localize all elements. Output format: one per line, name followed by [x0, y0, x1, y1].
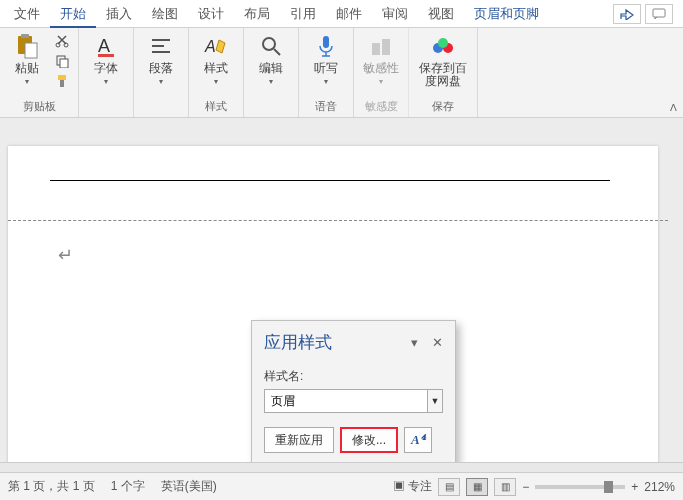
sensitivity-button: 敏感性 ▾ [360, 32, 402, 86]
menu-tabs: 文件 开始 插入 绘图 设计 布局 引用 邮件 审阅 视图 页眉和页脚 [0, 0, 683, 28]
paste-button[interactable]: 粘贴 ▾ [6, 32, 48, 86]
copy-icon[interactable] [52, 52, 72, 70]
group-font: A 字体 ▾ [79, 28, 134, 117]
pane-close-icon[interactable]: ✕ [432, 335, 443, 350]
group-clipboard: 粘贴 ▾ 剪贴板 [0, 28, 79, 117]
tab-mail[interactable]: 邮件 [326, 0, 372, 28]
header-rule [50, 180, 610, 181]
tab-references[interactable]: 引用 [280, 0, 326, 28]
tab-insert[interactable]: 插入 [96, 0, 142, 28]
zoom-level[interactable]: 212% [644, 480, 675, 494]
microphone-icon [312, 32, 340, 60]
svg-rect-7 [60, 59, 68, 68]
svg-rect-20 [382, 39, 390, 55]
comments-button[interactable] [645, 4, 673, 24]
zoom-slider[interactable] [535, 485, 625, 489]
style-dropdown-icon[interactable]: ▼ [428, 389, 443, 413]
svg-point-23 [438, 38, 448, 48]
svg-rect-18 [323, 36, 329, 48]
tab-view[interactable]: 视图 [418, 0, 464, 28]
tab-home[interactable]: 开始 [50, 0, 96, 28]
svg-rect-19 [372, 43, 380, 55]
group-sensitivity: 敏感性 ▾ 敏感度 [354, 28, 409, 117]
svg-rect-0 [653, 9, 665, 17]
style-name-input[interactable] [264, 389, 428, 413]
tab-header-footer[interactable]: 页眉和页脚 [464, 0, 549, 28]
svg-rect-8 [58, 75, 66, 80]
svg-rect-11 [98, 54, 114, 57]
sensitivity-icon [367, 32, 395, 60]
search-icon [257, 32, 285, 60]
status-language[interactable]: 英语(美国) [161, 478, 217, 495]
font-button[interactable]: A 字体 ▾ [85, 32, 127, 86]
view-read-icon[interactable]: ▤ [438, 478, 460, 496]
styles-icon: A [202, 32, 230, 60]
group-styles: A 样式 ▾ 样式 [189, 28, 244, 117]
zoom-out-button[interactable]: − [522, 480, 529, 494]
group-save: 保存到百度网盘 保存 [409, 28, 478, 117]
group-label-styles: 样式 [205, 98, 227, 115]
tab-review[interactable]: 审阅 [372, 0, 418, 28]
tab-file[interactable]: 文件 [4, 0, 50, 28]
editing-button[interactable]: 编辑 ▾ [250, 32, 292, 86]
cloud-icon [429, 32, 457, 60]
status-word-count[interactable]: 1 个字 [111, 478, 145, 495]
document-area: ↵ 应用样式 ▾ ✕ 样式名: ▼ 重新应用 修改... A⁴ "记忆式键入"样… [0, 118, 683, 472]
save-baidu-button[interactable]: 保存到百度网盘 [415, 32, 471, 88]
group-dictate: 听写 ▾ 语音 [299, 28, 354, 117]
svg-rect-3 [25, 43, 37, 58]
ribbon-collapse-icon[interactable]: ᐱ [670, 102, 677, 113]
font-icon: A [92, 32, 120, 60]
svg-text:A: A [98, 36, 110, 56]
view-web-icon[interactable]: ▥ [494, 478, 516, 496]
ribbon: 粘贴 ▾ 剪贴板 A 字体 ▾ 段落 ▾ [0, 28, 683, 118]
styles-button[interactable]: A 样式 ▾ [195, 32, 237, 86]
group-paragraph: 段落 ▾ [134, 28, 189, 117]
header-margin-dash [8, 220, 668, 221]
clipboard-icon [13, 32, 41, 60]
paragraph-icon [147, 32, 175, 60]
tab-layout[interactable]: 布局 [234, 0, 280, 28]
svg-rect-2 [21, 34, 29, 38]
paragraph-button[interactable]: 段落 ▾ [140, 32, 182, 86]
svg-point-16 [263, 38, 275, 50]
styles-pane-icon[interactable]: A⁴ [404, 427, 432, 453]
modify-button[interactable]: 修改... [340, 427, 398, 453]
zoom-in-button[interactable]: + [631, 480, 638, 494]
svg-text:A: A [204, 38, 216, 55]
cut-icon[interactable] [52, 32, 72, 50]
pane-title: 应用样式 [264, 331, 332, 354]
format-painter-icon[interactable] [52, 72, 72, 90]
dictate-button[interactable]: 听写 ▾ [305, 32, 347, 86]
apply-styles-pane: 应用样式 ▾ ✕ 样式名: ▼ 重新应用 修改... A⁴ "记忆式键入"样式名 [251, 320, 456, 472]
status-page[interactable]: 第 1 页，共 1 页 [8, 478, 95, 495]
reapply-button[interactable]: 重新应用 [264, 427, 334, 453]
svg-rect-9 [60, 80, 64, 87]
tab-draw[interactable]: 绘图 [142, 0, 188, 28]
paragraph-mark: ↵ [58, 244, 73, 266]
horizontal-scrollbar[interactable] [0, 462, 683, 472]
view-print-icon[interactable]: ▦ [466, 478, 488, 496]
svg-line-17 [274, 49, 280, 55]
group-label-save: 保存 [432, 98, 454, 115]
focus-mode-button[interactable]: ▣ 专注 [393, 478, 432, 495]
group-label-sensitivity: 敏感度 [365, 98, 398, 115]
tab-design[interactable]: 设计 [188, 0, 234, 28]
group-editing: 编辑 ▾ [244, 28, 299, 117]
status-bar: 第 1 页，共 1 页 1 个字 英语(美国) ▣ 专注 ▤ ▦ ▥ − + 2… [0, 472, 683, 500]
group-label-voice: 语音 [315, 98, 337, 115]
group-label-clipboard: 剪贴板 [23, 98, 56, 115]
share-button[interactable] [613, 4, 641, 24]
pane-menu-icon[interactable]: ▾ [411, 335, 418, 350]
style-name-label: 样式名: [264, 368, 443, 385]
